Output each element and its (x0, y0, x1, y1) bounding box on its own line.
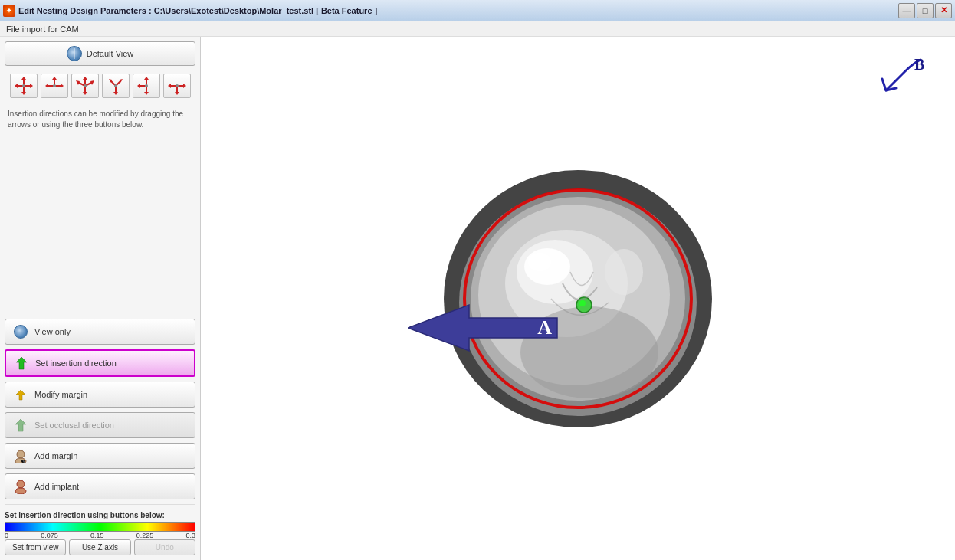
svg-marker-5 (21, 77, 26, 80)
minimize-button[interactable]: — (898, 3, 915, 18)
title-bar-left: ✦ Edit Nesting Design Parameters : C:\Us… (3, 5, 377, 17)
view-only-icon (13, 324, 28, 339)
bottom-section: Set insertion direction using buttons be… (5, 504, 195, 555)
view-area[interactable]: A B (201, 37, 955, 560)
svg-point-24 (84, 84, 87, 87)
svg-marker-21 (83, 77, 87, 80)
arrow-annotation-b: B (867, 56, 928, 104)
svg-marker-23 (83, 92, 87, 95)
svg-marker-7 (21, 92, 26, 95)
view-only-label: View only (34, 327, 71, 336)
instructions-text: Insertion directions can be modified by … (5, 106, 195, 133)
colorbar-container: 0 0.075 0.15 0.225 0.3 (5, 522, 195, 536)
modify-margin-icon (13, 387, 28, 402)
svg-marker-46 (16, 357, 27, 369)
content-area: Default View (0, 37, 955, 560)
add-implant-icon (13, 479, 28, 494)
molar-3d-view (417, 138, 739, 460)
direction-icon-3[interactable] (71, 74, 99, 98)
app-icon: ✦ (3, 5, 15, 17)
undo-button[interactable]: Undo (134, 539, 195, 555)
svg-point-67 (579, 300, 586, 306)
modify-margin-button[interactable]: Modify margin (5, 382, 195, 408)
svg-point-49 (17, 450, 25, 458)
svg-point-62 (528, 253, 551, 271)
add-margin-button[interactable]: Add margin (5, 443, 195, 469)
add-implant-label: Add implant (34, 482, 79, 491)
insertion-label: Set insertion direction using buttons be… (5, 511, 195, 519)
set-insertion-direction-label: Set insertion direction (35, 359, 117, 368)
bottom-buttons: Set from view Use Z axis Undo (5, 539, 195, 555)
svg-marker-3 (30, 84, 33, 88)
left-panel: Default View (0, 37, 201, 560)
svg-text:B: B (914, 56, 924, 73)
svg-marker-10 (45, 84, 48, 88)
add-margin-label: Add margin (34, 451, 77, 460)
spacer (5, 138, 195, 314)
svg-marker-40 (168, 84, 171, 88)
window-title: Edit Nesting Design Parameters : C:\User… (18, 6, 377, 15)
menu-bar: File import for CAM (0, 21, 955, 37)
svg-marker-14 (52, 77, 57, 80)
svg-point-38 (145, 84, 148, 87)
svg-marker-42 (183, 84, 186, 88)
molar-svg (417, 138, 739, 460)
svg-point-53 (17, 480, 25, 488)
svg-marker-12 (61, 84, 64, 88)
arrow-annotation-a: A (408, 301, 561, 355)
modify-margin-label: Modify margin (34, 390, 87, 399)
svg-marker-44 (175, 92, 179, 95)
add-implant-button[interactable]: Add implant (5, 473, 195, 499)
direction-icon-2[interactable] (41, 74, 68, 98)
svg-marker-47 (16, 390, 25, 400)
svg-marker-30 (113, 92, 118, 95)
maximize-button[interactable]: □ (917, 3, 934, 18)
app-container: File import for CAM Default View (0, 21, 955, 560)
default-view-label: Default View (87, 49, 134, 58)
svg-marker-48 (15, 419, 26, 431)
svg-marker-1 (15, 84, 18, 88)
svg-marker-35 (144, 77, 149, 80)
svg-point-8 (22, 84, 25, 87)
svg-marker-68 (408, 305, 557, 351)
menu-label: File import for CAM (6, 25, 79, 34)
window-controls: — □ ✕ (898, 3, 952, 18)
set-occlusal-direction-icon (13, 418, 28, 433)
set-occlusal-direction-label: Set occlusal direction (34, 421, 114, 430)
close-button[interactable]: ✕ (935, 3, 952, 18)
default-view-button[interactable]: Default View (5, 41, 195, 66)
svg-marker-33 (137, 84, 140, 88)
set-occlusal-direction-button[interactable]: Set occlusal direction (5, 412, 195, 438)
view-only-button[interactable]: View only (5, 319, 195, 345)
use-z-axis-button[interactable]: Use Z axis (69, 539, 130, 555)
direction-icons-row (5, 70, 195, 101)
direction-icon-6[interactable] (163, 74, 191, 98)
set-insertion-direction-button[interactable]: Set insertion direction (5, 349, 195, 377)
colorbar (5, 522, 195, 532)
set-from-view-button[interactable]: Set from view (5, 539, 66, 555)
set-insertion-direction-icon (14, 355, 29, 371)
colorbar-labels: 0 0.075 0.15 0.225 0.3 (5, 532, 195, 539)
annotation-a-label: A (537, 316, 552, 339)
direction-icon-5[interactable] (133, 74, 160, 98)
direction-icon-4[interactable] (102, 74, 130, 98)
svg-point-15 (53, 84, 56, 87)
add-margin-icon (13, 448, 28, 463)
svg-point-63 (605, 249, 643, 295)
svg-point-45 (176, 84, 179, 87)
svg-marker-37 (144, 92, 149, 95)
svg-point-31 (114, 84, 117, 87)
title-bar: ✦ Edit Nesting Design Parameters : C:\Us… (0, 0, 955, 21)
direction-icon-1[interactable] (10, 74, 38, 98)
svg-point-54 (15, 488, 26, 494)
globe-icon (67, 46, 82, 61)
